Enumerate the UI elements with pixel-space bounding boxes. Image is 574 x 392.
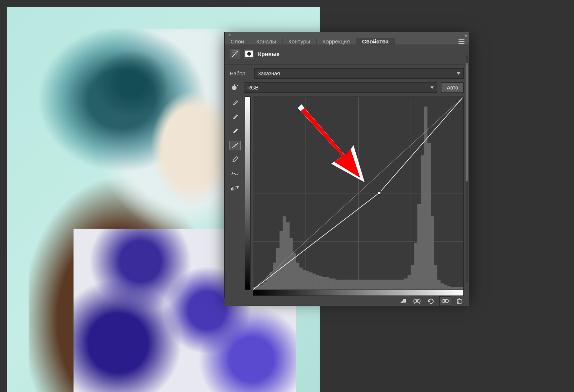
svg-rect-49 (348, 280, 352, 290)
svg-rect-32 (293, 253, 296, 290)
curve-tools (230, 97, 242, 296)
toggle-visibility-icon[interactable] (439, 296, 451, 306)
eyedropper-black-icon[interactable] (230, 99, 240, 108)
svg-rect-42 (326, 277, 329, 290)
svg-rect-37 (309, 272, 312, 290)
tab-adjustments[interactable]: Коррекция (317, 38, 356, 45)
svg-rect-69 (414, 243, 417, 290)
svg-rect-75 (434, 265, 437, 290)
tab-layers[interactable]: Слои (225, 38, 250, 45)
layer-mask-icon[interactable] (244, 49, 254, 59)
svg-rect-22 (260, 285, 263, 290)
svg-rect-80 (450, 287, 454, 290)
svg-rect-29 (283, 216, 286, 290)
svg-rect-38 (312, 274, 316, 290)
svg-rect-11 (232, 187, 233, 190)
svg-rect-67 (408, 275, 411, 289)
svg-rect-46 (339, 280, 342, 290)
curve-point-tool-icon[interactable] (230, 141, 240, 150)
svg-rect-45 (335, 280, 339, 290)
svg-rect-87 (403, 299, 406, 303)
auto-button[interactable]: Авто (441, 82, 464, 93)
svg-rect-58 (378, 280, 381, 290)
svg-rect-40 (319, 276, 322, 290)
targeted-adjustment-icon[interactable] (230, 82, 240, 93)
svg-rect-50 (352, 280, 355, 290)
svg-rect-70 (417, 204, 421, 290)
svg-rect-59 (381, 280, 385, 290)
svg-rect-62 (391, 280, 394, 290)
output-gradient (245, 97, 251, 290)
svg-rect-48 (345, 280, 349, 290)
preset-label: Набор: (230, 71, 251, 76)
svg-rect-60 (385, 280, 388, 290)
svg-rect-78 (444, 285, 447, 290)
svg-rect-44 (332, 278, 335, 290)
panel-scrollbar[interactable] (466, 55, 468, 282)
adjustment-subheader: Кривые (225, 45, 469, 65)
panel-menu-icon[interactable] (454, 38, 469, 45)
input-gradient (253, 290, 464, 296)
trash-icon[interactable] (453, 296, 465, 306)
svg-rect-76 (437, 280, 440, 290)
clip-to-layer-icon[interactable] (397, 296, 409, 306)
eyedropper-white-icon[interactable] (230, 127, 240, 136)
channel-value: RGB (247, 85, 258, 91)
chevron-down-icon (430, 86, 434, 89)
svg-rect-61 (388, 280, 391, 290)
svg-rect-86 (462, 97, 463, 98)
svg-rect-10 (231, 188, 232, 190)
reset-icon[interactable] (425, 296, 437, 306)
svg-rect-77 (440, 283, 444, 289)
svg-rect-56 (371, 280, 375, 290)
svg-rect-31 (289, 238, 293, 290)
svg-rect-92 (457, 300, 461, 304)
svg-rect-26 (273, 263, 276, 290)
tab-properties[interactable]: Свойства (356, 38, 395, 45)
adjustment-title: Кривые (258, 51, 280, 57)
curves-graph[interactable] (253, 97, 464, 290)
svg-rect-74 (431, 216, 434, 290)
svg-rect-12 (234, 187, 234, 190)
preset-value: Заказная (258, 71, 280, 76)
panel-tabs: Слои Каналы Контуры Коррекция Свойства (225, 38, 469, 45)
svg-rect-28 (280, 231, 283, 290)
svg-rect-34 (299, 268, 303, 290)
svg-rect-82 (457, 287, 460, 290)
svg-rect-51 (355, 280, 358, 290)
panel-footer (225, 296, 469, 306)
svg-point-89 (416, 300, 418, 302)
svg-rect-39 (316, 275, 319, 289)
close-icon[interactable]: × (227, 33, 232, 38)
svg-rect-52 (358, 280, 362, 290)
svg-rect-35 (303, 270, 306, 290)
svg-rect-66 (404, 278, 408, 290)
svg-rect-47 (342, 280, 345, 290)
clip-histogram-icon[interactable] (230, 183, 240, 192)
toggle-visibility-previous-icon[interactable] (411, 296, 423, 306)
svg-rect-85 (378, 192, 381, 194)
smooth-tool-icon[interactable] (230, 169, 240, 178)
svg-rect-36 (306, 271, 309, 290)
svg-point-9 (247, 52, 251, 56)
eyedropper-gray-icon[interactable] (230, 113, 240, 122)
channel-select[interactable]: RGB (244, 82, 437, 93)
svg-rect-54 (365, 280, 368, 290)
tab-paths[interactable]: Контуры (283, 38, 317, 45)
svg-rect-33 (296, 263, 299, 290)
svg-rect-68 (411, 265, 414, 290)
svg-rect-81 (453, 287, 457, 290)
svg-rect-79 (447, 286, 450, 290)
svg-rect-65 (401, 280, 404, 290)
svg-rect-43 (329, 278, 332, 290)
svg-rect-64 (398, 280, 401, 290)
pencil-tool-icon[interactable] (230, 155, 240, 164)
preset-select[interactable]: Заказная (254, 68, 464, 79)
tab-channels[interactable]: Каналы (250, 38, 282, 45)
collapse-icon[interactable]: ‹‹ (465, 32, 467, 38)
curves-icon[interactable] (230, 49, 240, 59)
svg-point-91 (444, 300, 446, 302)
svg-rect-63 (394, 280, 398, 290)
properties-panel: × ‹‹ Слои Каналы Контуры Коррекция Свойс… (224, 32, 469, 298)
chevron-down-icon (457, 72, 460, 75)
